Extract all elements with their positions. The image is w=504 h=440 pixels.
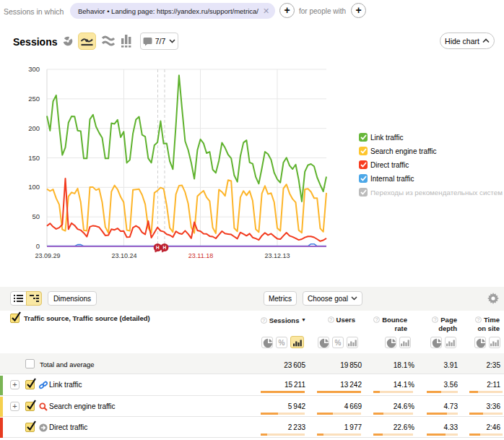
svg-text:H: H	[162, 245, 166, 250]
svg-text:H: H	[156, 245, 160, 250]
